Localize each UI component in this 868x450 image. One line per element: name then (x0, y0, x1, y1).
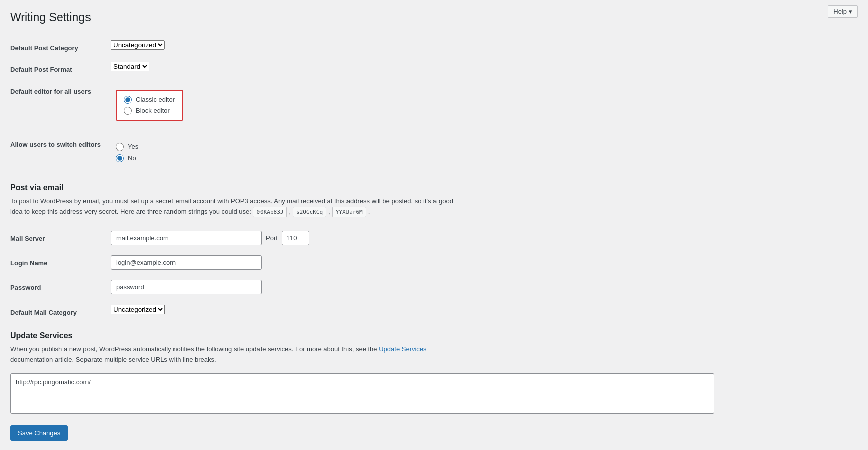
port-label: Port (266, 234, 278, 242)
block-editor-option: Block editor (124, 107, 175, 115)
allow-switch-content: Yes No (111, 137, 143, 168)
random-string-1: 00KAb83J (253, 207, 287, 218)
page-title: Writing Settings (10, 10, 858, 25)
classic-editor-label[interactable]: Classic editor (136, 96, 175, 103)
default-post-format-row: Default Post Format Standard (10, 57, 858, 79)
random-string-3: YYXUar6M (332, 207, 366, 218)
default-mail-category-label: Default Mail Category (10, 305, 111, 316)
password-label: Password (10, 280, 111, 291)
post-via-email-section: Post via email To post to WordPress by e… (10, 183, 858, 321)
update-services-desc-part2: documentation article. Separate multiple… (10, 356, 216, 363)
update-services-link[interactable]: Update Services (379, 345, 426, 353)
mail-server-label: Mail Server (10, 231, 111, 242)
login-name-row: Login Name (10, 250, 858, 275)
update-services-textarea[interactable]: http://rpc.pingomatic.com/ (10, 373, 714, 414)
random-strings-container: 00KAb83J , s2OGcKCq , YYXUar6M . (253, 207, 370, 218)
allow-switch-label: Allow users to switch editors (10, 137, 111, 148)
switch-yes-radio[interactable] (116, 143, 124, 151)
classic-editor-option: Classic editor (124, 96, 175, 104)
update-services-heading: Update Services (10, 331, 858, 340)
update-services-desc-part1: When you publish a new post, WordPress a… (10, 345, 377, 353)
default-editor-row: Default editor for all users Classic edi… (10, 79, 858, 132)
default-post-category-content: Uncategorized (111, 40, 858, 50)
update-services-description: When you publish a new post, WordPress a… (10, 344, 463, 365)
help-button[interactable]: Help ▾ (828, 5, 858, 18)
chevron-down-icon: ▾ (849, 8, 852, 15)
login-name-input[interactable] (111, 255, 262, 270)
default-mail-category-content: Uncategorized (111, 305, 858, 314)
post-via-email-desc-link-text: Here are three random strings you could … (120, 208, 251, 215)
save-changes-button[interactable]: Save Changes (10, 425, 68, 441)
login-name-label: Login Name (10, 255, 111, 267)
switch-no-option: No (116, 154, 138, 162)
default-post-category-label: Default Post Category (10, 40, 111, 52)
switch-yes-option: Yes (116, 143, 138, 151)
default-post-format-label: Default Post Format (10, 62, 111, 73)
default-editor-label: Default editor for all users (10, 84, 111, 95)
switch-yes-label[interactable]: Yes (128, 143, 138, 151)
mail-server-input[interactable] (111, 231, 262, 245)
default-editor-content: Classic editor Block editor (111, 84, 188, 127)
default-post-category-select[interactable]: Uncategorized (111, 40, 165, 50)
default-mail-category-row: Default Mail Category Uncategorized (10, 299, 858, 321)
post-via-email-heading: Post via email (10, 183, 858, 192)
update-services-section: Update Services When you publish a new p… (10, 331, 858, 415)
comma-2: , (328, 207, 330, 217)
default-mail-category-select[interactable]: Uncategorized (111, 305, 165, 314)
password-input[interactable] (111, 280, 262, 294)
default-post-format-content: Standard (111, 62, 858, 71)
help-label: Help (833, 8, 847, 15)
mail-server-content: Port (111, 231, 858, 245)
password-content (111, 280, 858, 294)
mail-server-row: Mail Server Port (10, 226, 858, 250)
default-post-format-select[interactable]: Standard (111, 62, 149, 71)
port-input[interactable] (282, 231, 309, 245)
post-via-email-description: To post to WordPress by email, you must … (10, 196, 463, 217)
block-editor-radio[interactable] (124, 107, 132, 115)
editor-options-wrapper: Classic editor Block editor (116, 90, 183, 121)
block-editor-label[interactable]: Block editor (136, 107, 170, 114)
password-row: Password (10, 275, 858, 299)
allow-switch-row: Allow users to switch editors Yes No (10, 132, 858, 173)
comma-1: , (289, 207, 291, 217)
random-string-2: s2OGcKCq (293, 207, 326, 218)
period: . (368, 207, 370, 217)
switch-no-label[interactable]: No (128, 154, 136, 162)
default-post-category-row: Default Post Category Uncategorized (10, 35, 858, 57)
switch-no-radio[interactable] (116, 154, 124, 162)
classic-editor-radio[interactable] (124, 96, 132, 104)
login-name-content (111, 255, 858, 270)
